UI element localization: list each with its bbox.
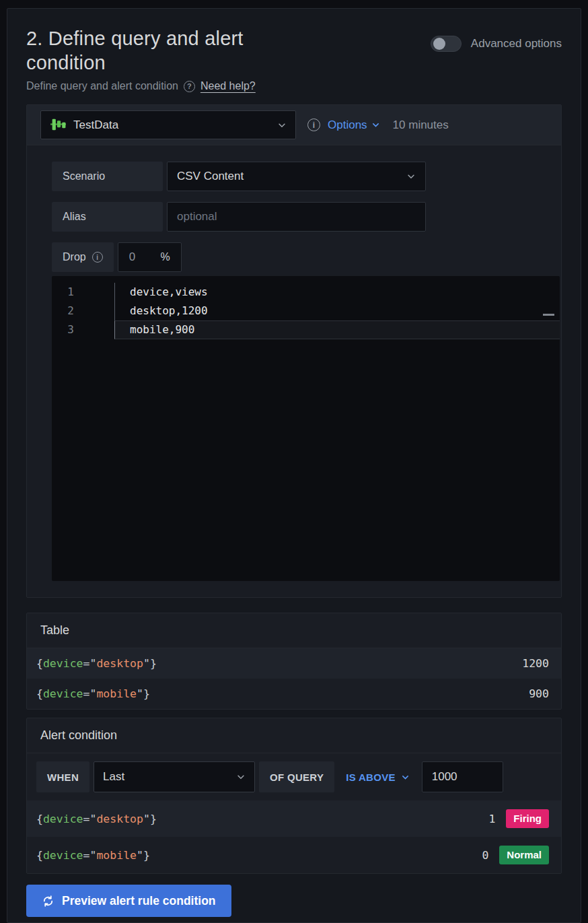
preview-alert-rule-button[interactable]: Preview alert rule condition: [26, 885, 231, 917]
code-text: mobile,900: [114, 320, 560, 339]
options-dropdown[interactable]: Options: [328, 118, 380, 132]
table-row: {device="desktop"} 1200: [27, 648, 561, 679]
drop-field-row: Drop i 0 %: [52, 242, 560, 272]
need-help-link[interactable]: Need help?: [200, 80, 256, 92]
operator-value: IS ABOVE: [346, 772, 396, 783]
preview-button-label: Preview alert rule condition: [62, 894, 216, 908]
datasource-picker[interactable]: TestData: [40, 110, 296, 139]
alias-input[interactable]: optional: [167, 202, 426, 232]
query-editor-body: Scenario CSV Content Alias optional: [27, 145, 561, 597]
chevron-down-icon: [236, 772, 246, 782]
drop-percent-input[interactable]: 0 %: [118, 242, 182, 272]
alert-condition-controls: WHEN Last OF QUERY IS ABOVE: [27, 753, 561, 800]
scenario-value: CSV Content: [177, 170, 400, 183]
of-query-label: OF QUERY: [259, 761, 334, 792]
operator-dropdown[interactable]: IS ABOVE: [346, 772, 410, 783]
advanced-options-label: Advanced options: [471, 37, 562, 50]
info-circle-icon: i: [92, 252, 103, 263]
chevron-down-icon: [371, 121, 380, 129]
query-options-cluster: i Options 10 minutes: [307, 118, 449, 132]
page-title: 2. Define query and alert condition: [26, 26, 316, 75]
datasource-name: TestData: [73, 118, 270, 132]
alias-label: Alias: [52, 202, 163, 232]
alias-placeholder: optional: [177, 210, 416, 224]
alert-condition-panel: Alert condition WHEN Last OF QUERY IS AB…: [26, 718, 562, 874]
query-editor-panel: TestData i Options 10 minutes: [26, 104, 562, 598]
scenario-select[interactable]: CSV Content: [167, 162, 426, 191]
series-label-expression: {device="desktop"}: [36, 657, 157, 670]
table-row: {device="mobile"} 900: [27, 679, 561, 709]
drop-value: 0: [129, 250, 135, 264]
reducer-select[interactable]: Last: [94, 761, 255, 792]
table-results-panel: Table {device="desktop"} 1200 {device="m…: [26, 613, 562, 710]
alias-field-row: Alias optional: [52, 202, 560, 232]
step-header: 2. Define query and alert condition Adva…: [26, 26, 562, 75]
code-line[interactable]: 2 desktop,1200: [52, 302, 560, 320]
testdata-datasource-icon: [50, 116, 67, 133]
scenario-field-row: Scenario CSV Content: [52, 162, 560, 191]
sync-refresh-icon: [42, 895, 54, 908]
query-header-row: TestData i Options 10 minutes: [27, 105, 561, 145]
code-line[interactable]: 1 device,views: [52, 283, 560, 302]
table-panel-title: Table: [27, 613, 561, 648]
advanced-options-control: Advanced options: [431, 26, 562, 52]
series-label-expression: {device="mobile"}: [36, 687, 150, 700]
drop-label: Drop i: [52, 242, 114, 272]
alert-panel-title: Alert condition: [27, 718, 561, 753]
step-subtitle: Define query and alert condition ? Need …: [26, 80, 562, 92]
chevron-down-icon: [277, 121, 287, 130]
query-time-range: 10 minutes: [393, 118, 449, 132]
series-value: 1200: [522, 657, 549, 670]
series-value: 900: [529, 687, 549, 700]
define-query-step-card: 2. Define query and alert condition Adva…: [7, 8, 581, 923]
chevron-down-icon: [401, 773, 410, 782]
advanced-options-toggle[interactable]: [431, 36, 462, 52]
code-text: desktop,1200: [114, 302, 560, 320]
code-text: device,views: [114, 283, 560, 302]
when-label: WHEN: [36, 761, 89, 792]
question-circle-icon: ?: [184, 81, 195, 92]
editor-minimap-mark: [543, 314, 554, 316]
alert-result-row: {device="desktop"} 1 Firing: [27, 800, 561, 837]
series-label-expression: {device="mobile"}: [36, 849, 150, 862]
info-circle-icon: i: [307, 118, 320, 131]
line-number: 3: [52, 320, 89, 339]
line-number: 1: [52, 283, 89, 302]
firing-status-badge: Firing: [506, 809, 549, 828]
chevron-down-icon: [406, 172, 416, 181]
line-number: 2: [52, 302, 89, 320]
eval-value: 1: [488, 813, 495, 825]
alert-result-row: {device="mobile"} 0 Normal: [27, 837, 561, 873]
threshold-input[interactable]: [422, 761, 503, 792]
csv-code-editor[interactable]: 1 device,views 2 desktop,1200 3 mobile,9…: [52, 276, 560, 581]
series-label-expression: {device="desktop"}: [36, 813, 157, 825]
scenario-label: Scenario: [52, 162, 163, 191]
code-line-current[interactable]: 3 mobile,900: [52, 320, 560, 339]
subtitle-text: Define query and alert condition: [26, 80, 178, 92]
drop-unit: %: [160, 251, 170, 263]
normal-status-badge: Normal: [499, 846, 549, 864]
options-label: Options: [328, 118, 367, 132]
eval-value: 0: [482, 849, 488, 862]
reducer-value: Last: [103, 770, 229, 784]
toggle-knob: [433, 38, 445, 50]
